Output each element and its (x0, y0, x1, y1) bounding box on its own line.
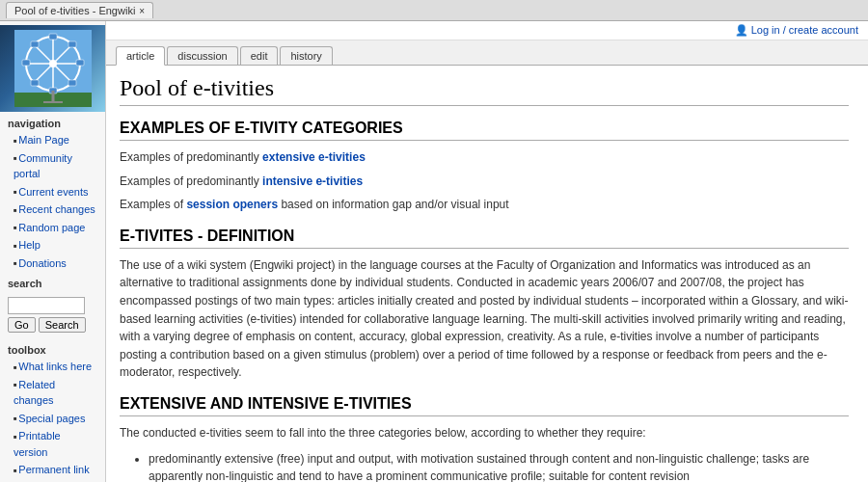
sidebar-item-related-changes[interactable]: Related changes (0, 376, 105, 410)
section3-heading: EXTENSIVE AND INTENSIVE E-TIVITIES (120, 395, 849, 416)
content-body: Pool of e-tivities EXAMPLES OF E-TIVITY … (106, 66, 868, 482)
sidebar-item-what-links-here[interactable]: What links here (0, 358, 105, 376)
search-section: Go Search (0, 291, 105, 338)
section1-line1: Examples of predominantly extensive e-ti… (120, 148, 849, 167)
sidebar-item-special-pages[interactable]: Special pages (0, 410, 105, 428)
session-openers-link[interactable]: session openers (186, 198, 278, 211)
go-button[interactable]: Go (8, 317, 36, 333)
sidebar-item-permanent-link[interactable]: Permanent link (0, 461, 105, 479)
content-area: Pool of e-tivities EXAMPLES OF E-TIVITY … (106, 66, 868, 482)
section2-heading: E-TIVITES - DEFINITION (120, 228, 849, 249)
sidebar-item-random-page[interactable]: Random page (0, 219, 105, 237)
tab-article[interactable]: article (116, 46, 165, 66)
content-tabs: article discussion edit history (106, 40, 868, 66)
section1-line3-suffix: based on information gap and/or visual i… (278, 198, 509, 211)
svg-rect-14 (68, 41, 76, 47)
svg-rect-12 (31, 41, 39, 47)
svg-rect-8 (49, 34, 57, 40)
intensive-etivities-link[interactable]: intensive e-tivities (262, 174, 363, 188)
sidebar-item-printable-version[interactable]: Printable version (0, 427, 105, 461)
page-title: Pool of e-tivities (120, 75, 849, 106)
section1-line2-prefix: Examples of predominantly (120, 174, 262, 188)
sidebar-item-recent-changes[interactable]: Recent changes (0, 201, 105, 219)
login-bar: 👤 Log in / create account (106, 21, 868, 40)
svg-rect-11 (76, 60, 84, 66)
sidebar-item-donations[interactable]: Donations (0, 254, 105, 273)
extensive-etivities-link[interactable]: extensive e-tivities (262, 150, 366, 164)
search-button[interactable]: Search (39, 317, 86, 333)
search-title: search (0, 272, 105, 291)
search-buttons: Go Search (8, 317, 97, 333)
login-link[interactable]: Log in / create account (751, 24, 858, 36)
svg-rect-15 (31, 80, 39, 86)
browser-tab-close-icon[interactable]: × (139, 6, 145, 16)
section1-line1-prefix: Examples of predominantly (120, 150, 262, 164)
page-wrapper: navigation Main Page Community portal Cu… (0, 21, 868, 482)
section2-paragraph: The use of a wiki system (Engwiki projec… (120, 256, 849, 382)
toolbox-title: toolbox (0, 338, 105, 358)
svg-rect-10 (22, 60, 30, 66)
tab-history[interactable]: history (280, 46, 332, 65)
svg-rect-13 (68, 80, 76, 86)
section1-line2: Examples of predominantly intensive e-ti… (120, 173, 849, 191)
browser-tab-label: Pool of e-tivities - Engwiki (14, 5, 135, 16)
sidebar: navigation Main Page Community portal Cu… (0, 21, 106, 482)
sidebar-item-current-events[interactable]: Current events (0, 183, 105, 201)
sidebar-item-community-portal[interactable]: Community portal (0, 149, 105, 183)
navigation-title: navigation (0, 112, 105, 131)
sidebar-logo (0, 25, 105, 112)
browser-chrome: Pool of e-tivities - Engwiki × (0, 0, 868, 21)
sidebar-item-main-page[interactable]: Main Page (0, 131, 105, 149)
tab-edit[interactable]: edit (240, 46, 279, 65)
browser-tab[interactable]: Pool of e-tivities - Engwiki × (6, 2, 153, 18)
section3-intro: The conducted e-tivities seem to fall in… (120, 424, 849, 442)
toolbox-nav: What links here Related changes Special … (0, 358, 105, 479)
sidebar-item-help[interactable]: Help (0, 236, 105, 254)
section1-heading: EXAMPLES OF E-TIVITY CATEGORIES (120, 120, 849, 141)
tab-discussion[interactable]: discussion (167, 46, 237, 65)
section1-line3-prefix: Examples of (120, 198, 186, 211)
list-item: predominantly extensive (free) input and… (149, 450, 849, 482)
section3-bullets: predominantly extensive (free) input and… (149, 450, 849, 482)
sidebar-nav: Main Page Community portal Current event… (0, 131, 105, 272)
search-input[interactable] (8, 297, 85, 314)
section1-line3: Examples of session openers based on inf… (120, 196, 849, 214)
user-icon: 👤 (735, 24, 748, 36)
